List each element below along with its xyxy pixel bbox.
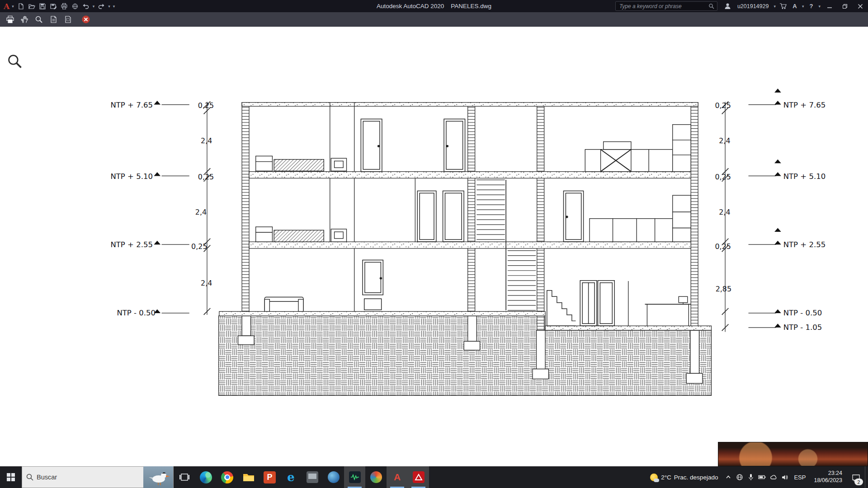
right-level-0: NTP + 7.65 (783, 101, 826, 109)
left-level-2: NTP + 2.55 (110, 240, 153, 249)
titlebar-right-cluster: u201914929 ▾ A ▾ ? ▾ (615, 0, 868, 12)
gear-app-icon[interactable] (323, 466, 344, 488)
left-dimensions: NTP + 7.65 NTP + 5.10 NTP + 2.55 NTP - 0… (110, 101, 214, 317)
clock-date: 18/06/2023 (814, 477, 842, 484)
network-icon[interactable] (734, 466, 745, 488)
right-level-1: NTP + 5.10 (783, 172, 826, 181)
zoom-cursor-icon (9, 56, 21, 68)
autodesk-app-icon[interactable]: A (789, 0, 801, 12)
window-app-icon[interactable] (302, 466, 323, 488)
save-icon[interactable] (37, 2, 48, 11)
undo-icon[interactable] (80, 2, 91, 11)
weather-temp: 2°C (661, 474, 671, 481)
right-dim-2: 0,25 (715, 242, 731, 251)
onedrive-icon[interactable] (768, 466, 779, 488)
plot-icon[interactable] (59, 2, 70, 11)
taskbar-search-input[interactable] (34, 473, 143, 481)
search-icon[interactable] (708, 3, 714, 9)
parrot-app-icon[interactable] (365, 466, 387, 488)
redo-caret-icon[interactable]: ▾ (108, 4, 110, 9)
show-desktop-button[interactable] (865, 466, 868, 488)
pan-hand-icon[interactable] (18, 14, 31, 25)
open-file-icon[interactable] (26, 2, 37, 11)
taskbar: P e A 2°C Prac. despejado (0, 466, 868, 488)
help-icon[interactable]: ? (805, 0, 817, 12)
help-search-input[interactable] (618, 3, 708, 10)
cart-icon[interactable] (777, 0, 789, 12)
notification-badge: 2 (854, 479, 863, 485)
web-publish-icon[interactable] (70, 2, 80, 11)
edge-legacy-icon[interactable]: e (280, 466, 302, 488)
sign-in-person-icon[interactable] (722, 0, 734, 12)
pip-video-overlay[interactable] (718, 442, 868, 466)
action-center-button[interactable]: 2 (847, 466, 865, 488)
right-gap-2: 2,85 (716, 285, 731, 293)
powerpoint-icon[interactable]: P (259, 466, 280, 488)
close-button[interactable] (853, 0, 868, 12)
zoom-original-icon[interactable] (47, 14, 60, 25)
tray-overflow-button[interactable] (722, 466, 734, 488)
left-gap-1: 2,4 (195, 208, 207, 216)
waveform-app-icon[interactable] (344, 466, 365, 488)
restore-button[interactable] (837, 0, 853, 12)
plot-preview-canvas[interactable]: NTP + 7.65 NTP + 5.10 NTP + 2.55 NTP - 0… (0, 27, 868, 466)
close-preview-icon[interactable] (80, 14, 92, 25)
left-dim-0: 0,25 (198, 101, 214, 110)
right-level-2: NTP + 2.55 (783, 240, 826, 249)
right-dimensions: NTP + 7.65 NTP + 5.10 NTP + 2.55 NTP - 0… (715, 89, 826, 332)
right-dim-1: 0,25 (715, 173, 731, 181)
zoom-window-icon[interactable] (61, 14, 74, 25)
left-gap-0: 2,4 (201, 136, 212, 145)
autodesk-caret-icon[interactable]: ▾ (802, 4, 804, 9)
left-level-1: NTP + 5.10 (110, 172, 153, 181)
search-highlight-bird-image[interactable] (143, 466, 173, 488)
right-level-4: NTP - 1.05 (783, 323, 822, 332)
undo-caret-icon[interactable]: ▾ (93, 4, 95, 9)
task-view-button[interactable] (174, 466, 195, 488)
volume-icon[interactable] (779, 466, 790, 488)
stairs (476, 180, 576, 326)
acrobat-icon[interactable] (408, 466, 429, 488)
taskbar-search-box[interactable] (22, 466, 174, 488)
right-level-3: NTP - 0.50 (783, 309, 822, 317)
new-file-icon[interactable] (15, 2, 26, 11)
section-drawing: NTP + 7.65 NTP + 5.10 NTP + 2.55 NTP - 0… (0, 27, 868, 466)
file-explorer-icon[interactable] (238, 466, 259, 488)
minimize-button[interactable] (822, 0, 837, 12)
section-walls (242, 103, 698, 330)
autocad-taskbar-icon[interactable]: A (387, 466, 408, 488)
microphone-icon[interactable] (745, 466, 756, 488)
help-caret-icon[interactable]: ▾ (818, 4, 821, 9)
edge-icon[interactable] (195, 466, 217, 488)
left-level-0: NTP + 7.65 (110, 101, 153, 109)
plot-printer-icon[interactable] (4, 14, 16, 25)
left-level-3: NTP - 0.50 (117, 309, 156, 317)
left-dim-1: 0,25 (198, 173, 214, 181)
logo-caret-icon[interactable]: ▾ (12, 4, 14, 9)
start-button[interactable] (0, 466, 22, 488)
bird-icon (143, 466, 173, 488)
user-caret-icon[interactable]: ▾ (774, 4, 776, 9)
zoom-icon[interactable] (33, 14, 45, 25)
redo-icon[interactable] (96, 2, 107, 11)
chrome-icon[interactable] (217, 466, 238, 488)
clock-time: 23:24 (814, 470, 842, 477)
language-indicator[interactable]: ESP (790, 474, 809, 481)
weather-desc: Prac. despejado (674, 474, 718, 481)
right-gap-0: 2,4 (719, 136, 730, 145)
save-as-icon[interactable] (48, 2, 59, 11)
help-search-box[interactable] (615, 1, 717, 11)
clock[interactable]: 23:24 18/06/2023 (809, 470, 847, 484)
weather-icon (650, 474, 658, 481)
qat-customize-icon[interactable]: ▾ (113, 4, 115, 9)
left-dim-2: 0,25 (191, 242, 207, 251)
autocad-logo-icon[interactable]: A (4, 2, 9, 11)
system-tray: 2°C Prac. despejado ESP 23:24 18/06/2023 (646, 466, 868, 488)
weather-widget[interactable]: 2°C Prac. despejado (646, 466, 722, 488)
doors (361, 119, 614, 326)
windows-logo-icon (7, 473, 15, 481)
username-label[interactable]: u201914929 (737, 3, 769, 9)
right-dim-0: 0,25 (715, 101, 731, 110)
battery-icon[interactable] (756, 466, 768, 488)
plot-preview-toolbar (0, 12, 868, 27)
